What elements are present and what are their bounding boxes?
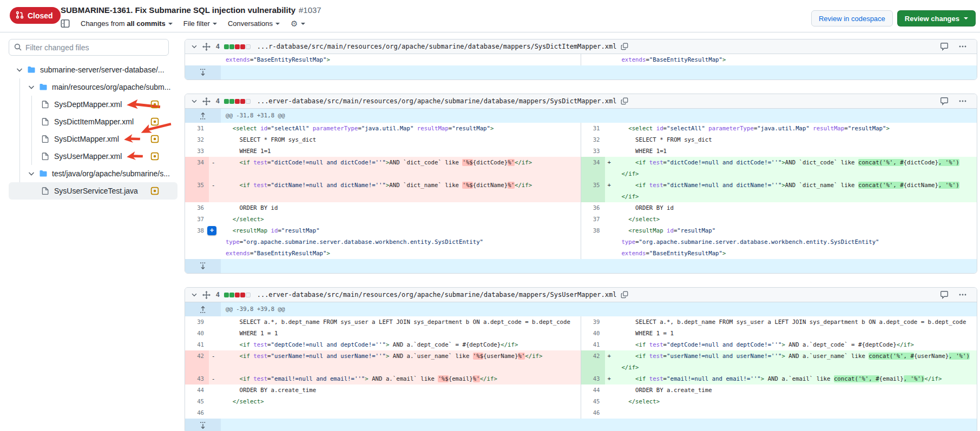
line-number[interactable]: 44 <box>581 384 605 396</box>
file-icon <box>41 117 50 126</box>
tree-folder-main-resources-org-apache-subm-[interactable]: main/resources/org/apache/subm... <box>9 78 177 96</box>
file-filter-dropdown[interactable]: File filter <box>183 19 217 28</box>
tree-folder-test-java-org-apache-submarine-s-[interactable]: test/java/org/apache/submarine/s... <box>9 165 177 182</box>
code-content: <if test="dictCode!=null and dictCode!='… <box>615 157 977 180</box>
add-comment-button[interactable]: + <box>207 226 216 235</box>
diff-line-row: 4646 <box>185 407 977 419</box>
diff-sign <box>605 202 615 214</box>
copy-path-button[interactable] <box>621 97 628 105</box>
tree-file-sysdictmapper-xml[interactable]: SysDictMapper.xml <box>9 130 177 148</box>
code-line: </select> <box>219 214 581 225</box>
line-number[interactable]: 42 <box>185 350 209 373</box>
line-number[interactable]: 37 <box>581 214 605 225</box>
line-number[interactable]: 41 <box>185 339 209 350</box>
line-number[interactable]: 33 <box>185 145 209 157</box>
line-number[interactable]: 45 <box>581 396 605 407</box>
drag-handle-icon[interactable] <box>202 97 211 105</box>
kebab-menu-icon[interactable] <box>958 290 967 299</box>
line-number[interactable]: 46 <box>185 407 209 419</box>
changes-from-dropdown[interactable]: Changes from all commits <box>81 19 173 28</box>
line-number[interactable]: 35 <box>581 180 605 202</box>
line-number[interactable]: 31 <box>185 123 209 134</box>
file-path-link[interactable]: ...erver-database/src/main/resources/org… <box>257 291 617 299</box>
drag-handle-icon[interactable] <box>202 43 211 51</box>
line-number[interactable]: 41 <box>581 339 605 350</box>
code-line: SELECT * FROM sys_dict <box>219 134 581 145</box>
collapse-file-button[interactable] <box>190 291 198 299</box>
expand-diff-button[interactable] <box>185 419 221 431</box>
tree-file-sysuserservicetest-java[interactable]: SysUserServiceTest.java <box>9 182 177 200</box>
tree-file-sysdictitemmapper-xml[interactable]: SysDictItemMapper.xml <box>9 113 177 130</box>
chevron-down-icon <box>168 23 173 25</box>
line-number[interactable]: 33 <box>581 145 605 157</box>
code-line: <if test="userName!=null and userName!='… <box>615 350 977 362</box>
chevron-down-icon <box>27 169 36 178</box>
line-number[interactable]: 36 <box>185 202 209 214</box>
line-number[interactable]: 44 <box>185 384 209 396</box>
comment-icon[interactable] <box>940 290 949 299</box>
copy-path-button[interactable] <box>621 291 628 299</box>
diff-sign: - <box>209 180 219 202</box>
review-changes-button[interactable]: Review changes <box>897 10 976 26</box>
comment-icon[interactable] <box>940 42 949 51</box>
line-number[interactable]: 40 <box>185 328 209 339</box>
kebab-menu-icon[interactable] <box>958 97 967 105</box>
changed-files-tree: submarine-server/server-database/...main… <box>9 61 177 200</box>
collapse-file-button[interactable] <box>190 97 198 105</box>
conversations-dropdown[interactable]: Conversations <box>228 19 280 28</box>
file-modified-icon <box>150 152 159 161</box>
line-number[interactable]: 42 <box>581 350 605 373</box>
changes-from-prefix: Changes from <box>81 19 125 28</box>
file-filter-label: File filter <box>183 19 210 28</box>
collapse-sidebar-icon[interactable] <box>61 19 70 28</box>
file-path-link[interactable]: ...erver-database/src/main/resources/org… <box>257 97 617 105</box>
tree-file-sysusermapper-xml[interactable]: SysUserMapper.xml <box>9 148 177 165</box>
tree-folder-submarine-server-server-database-[interactable]: submarine-server/server-database/... <box>9 61 177 78</box>
header-actions: Review in codespace Review changes <box>811 10 976 26</box>
line-number[interactable] <box>185 54 209 65</box>
line-number[interactable]: 46 <box>581 407 605 419</box>
expand-hunk-button[interactable] <box>185 302 221 316</box>
line-number[interactable]: 38 <box>185 225 209 259</box>
line-number[interactable]: 43 <box>581 373 605 384</box>
diff-line-row: 40 WHERE 1 = 140 WHERE 1 = 1 <box>185 328 977 339</box>
code-line: ORDER BY id <box>615 202 977 214</box>
kebab-menu-icon[interactable] <box>958 42 967 51</box>
line-number[interactable]: 45 <box>185 396 209 407</box>
line-number[interactable]: 32 <box>185 134 209 145</box>
line-number[interactable]: 43 <box>185 373 209 384</box>
line-number[interactable]: 34 <box>185 157 209 180</box>
diff-sign: - <box>209 373 219 384</box>
line-number[interactable]: 37 <box>185 214 209 225</box>
line-number[interactable]: 32 <box>581 134 605 145</box>
filter-changed-files-input[interactable] <box>9 39 169 56</box>
line-number[interactable]: 35 <box>185 180 209 202</box>
comment-icon[interactable] <box>940 97 949 105</box>
expand-diff-button[interactable] <box>185 259 221 273</box>
review-in-codespace-button[interactable]: Review in codespace <box>811 10 893 26</box>
collapse-file-button[interactable] <box>190 43 198 50</box>
diff-settings-dropdown[interactable]: ⚙ <box>291 19 305 28</box>
expand-hunk-button[interactable] <box>185 109 221 123</box>
line-number[interactable]: 31 <box>581 123 605 134</box>
copy-path-button[interactable] <box>621 43 628 50</box>
diff-cell: 37 </select> <box>581 214 977 225</box>
code-content: <if test="email!=null and email!=''"> AN… <box>615 373 977 384</box>
expand-diff-button[interactable] <box>185 65 221 79</box>
line-number[interactable]: 38 <box>581 225 605 259</box>
line-number[interactable]: 34 <box>581 157 605 180</box>
pr-state-badge: Closed <box>10 7 61 24</box>
diff-line-row: 34- <if test="dictCode!=null and dictCod… <box>185 157 977 180</box>
file-path-link[interactable]: ...r-database/src/main/resources/org/apa… <box>257 43 617 50</box>
line-number[interactable]: 39 <box>185 316 209 328</box>
annotation-arrow-icon <box>124 134 140 145</box>
line-number[interactable] <box>581 54 605 65</box>
line-number[interactable]: 40 <box>581 328 605 339</box>
tree-file-sysdeptmapper-xml[interactable]: SysDeptMapper.xml <box>9 96 177 113</box>
chevron-down-icon <box>964 17 968 19</box>
line-number[interactable]: 39 <box>581 316 605 328</box>
diff-cell: 43- <if test="email!=null and email!=''"… <box>185 373 581 384</box>
drag-handle-icon[interactable] <box>202 291 211 299</box>
diff-cell: extends="BaseEntityResultMap"> <box>581 54 977 65</box>
line-number[interactable]: 36 <box>581 202 605 214</box>
